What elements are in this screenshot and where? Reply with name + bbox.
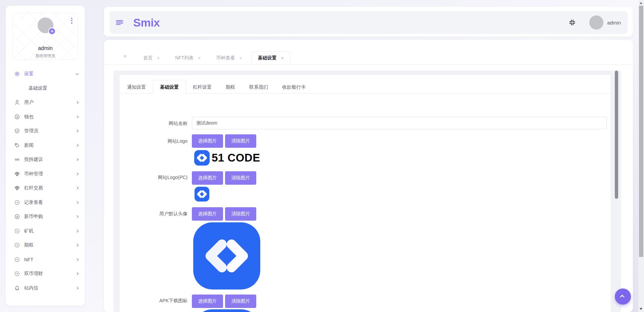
settings-tab-bank-card[interactable]: 收款银行卡 (275, 80, 313, 94)
chevron-down-icon (76, 72, 78, 75)
select-image-button[interactable]: 选择图片 (192, 134, 223, 148)
settings-tab-bar: 通知设置 基础设置 杠杆设置 期权 联系我们 收款银行卡 (120, 80, 611, 94)
scroll-up-arrow-icon[interactable] (640, 2, 642, 4)
code-brackets-apk-image (193, 309, 261, 312)
site-name-input[interactable] (192, 117, 607, 129)
svg-text:$: $ (16, 215, 18, 218)
clear-image-button[interactable]: 清除图片 (225, 207, 256, 221)
target-icon (14, 200, 20, 205)
tab-coin-view[interactable]: 币种查看 × (210, 51, 248, 64)
sidebar-item-users[interactable]: 用户 (6, 95, 85, 110)
dollar-circle-icon: $ (14, 114, 20, 120)
close-icon[interactable]: × (157, 55, 160, 61)
page-scrollbar[interactable] (638, 0, 644, 312)
gear-icon (14, 71, 20, 77)
sidebar-item-options[interactable]: 期权 (6, 238, 85, 253)
chevron-right-icon (76, 258, 78, 261)
sidebar-item-label: 基础设置 (29, 85, 47, 91)
close-icon[interactable]: × (281, 55, 284, 61)
close-icon[interactable]: × (239, 55, 242, 61)
default-avatar-label: 用户默认头像 (119, 211, 187, 216)
select-image-button[interactable]: 选择图片 (192, 171, 223, 185)
profile-card: + admin 系统管理员 (12, 13, 78, 60)
tab-label: 基础设置 (258, 55, 277, 61)
sidebar-item-news[interactable]: 新闻 (6, 138, 85, 153)
sidebar-item-feedback[interactable]: 投拆建议 (6, 152, 85, 167)
fullscreen-icon[interactable] (569, 19, 575, 26)
apk-icon-buttons: 选择图片 清除图片 (192, 295, 256, 308)
sidebar-item-miner[interactable]: 矿机 (6, 224, 85, 238)
tag-icon (14, 143, 20, 148)
site-logo-preview: 51 CODE (194, 149, 260, 166)
tab-nft-list[interactable]: NFT列表 × (169, 51, 207, 64)
sidebar-item-new-coin-subscribe[interactable]: $ 新币申购 (6, 210, 85, 224)
page-scrollbar-thumb[interactable] (639, 6, 643, 257)
sidebar-item-label: 用户 (24, 99, 34, 105)
sidebar-item-label: 双币理财 (24, 271, 43, 277)
back-to-top-button[interactable] (615, 288, 631, 305)
sidebar-item-coin-manage[interactable]: 币种管理 (6, 167, 85, 181)
settings-tab-leverage[interactable]: 杠杆设置 (186, 80, 219, 94)
main-content-card: × 首页 × NFT列表 × 币种查看 × 基础设置 × 通知设置 (104, 40, 633, 312)
chevron-right-icon (76, 287, 78, 289)
settings-panel: 通知设置 基础设置 杠杆设置 期权 联系我们 收款银行卡 网站名称 网站Logo… (113, 71, 621, 312)
site-logo-label: 网站Logo (119, 138, 187, 144)
sidebar-item-dual-invest[interactable]: 双币理财 (6, 267, 85, 281)
sidebar-item-label: 新币申购 (24, 214, 43, 220)
gem-icon (14, 185, 20, 191)
site-logo-pc-label: 网站Logo(PC) (119, 175, 187, 180)
settings-tab-basic[interactable]: 基础设置 (153, 80, 186, 94)
settings-tab-contact[interactable]: 联系我们 (242, 80, 275, 94)
sidebar-item-settings[interactable]: 设置 (6, 67, 85, 81)
sidebar-item-records[interactable]: 记录查看 (6, 195, 85, 210)
content-scrollbar-thumb[interactable] (615, 71, 618, 199)
settings-tab-notice[interactable]: 通知设置 (120, 80, 153, 94)
profile-avatar[interactable]: + (38, 17, 53, 33)
header-avatar[interactable] (589, 15, 603, 30)
target-icon (14, 228, 20, 234)
sidebar-item-nft[interactable]: NFT (6, 253, 85, 267)
tab-label: 首页 (143, 55, 153, 61)
close-all-tabs-icon[interactable]: × (123, 53, 127, 60)
select-image-button[interactable]: 选择图片 (192, 295, 223, 308)
chevron-right-icon (76, 230, 78, 232)
chevron-right-icon (76, 244, 78, 247)
chevron-up-icon (620, 295, 625, 299)
close-icon[interactable]: × (198, 55, 201, 61)
code-brackets-avatar-image (193, 222, 261, 290)
sidebar-item-wallet[interactable]: $ 钱包 (6, 110, 85, 124)
clear-image-button[interactable]: 清除图片 (225, 171, 256, 185)
clear-image-button[interactable]: 清除图片 (225, 134, 256, 148)
sidebar-item-label: NFT (24, 257, 33, 262)
menu-toggle-icon[interactable] (116, 20, 123, 25)
tab-home[interactable]: 首页 × (137, 51, 166, 64)
sidebar-item-label: 期权 (24, 242, 34, 248)
sidebar-item-label: 矿机 (24, 228, 34, 234)
header-bar: Smix admin (109, 11, 628, 34)
chevron-right-icon (76, 158, 78, 161)
sidebar-item-leverage-trade[interactable]: 杠杆交易 (6, 181, 85, 195)
header: Smix admin (104, 7, 633, 37)
site-logo-buttons: 选择图片 清除图片 (192, 134, 256, 148)
sidebar-item-label: 投拆建议 (24, 157, 43, 163)
infinity-icon (14, 157, 20, 162)
bell-icon (14, 285, 20, 291)
target-icon (14, 257, 20, 262)
default-avatar-buttons: 选择图片 清除图片 (192, 207, 256, 221)
profile-more-menu-icon[interactable] (71, 18, 73, 25)
sidebar-item-label: 杠杆交易 (24, 185, 43, 191)
scroll-down-arrow-icon[interactable] (640, 308, 642, 310)
tab-basic-settings[interactable]: 基础设置 × (252, 51, 290, 64)
code-brackets-logo-icon (194, 150, 210, 166)
sidebar: + admin 系统管理员 设置 基础设置 用户 $ 钱包 (6, 6, 85, 306)
sidebar-item-basic-settings[interactable]: 基础设置 (6, 81, 85, 96)
sidebar-item-label: 新闻 (24, 142, 34, 148)
site-logo-text: 51 CODE (212, 151, 260, 164)
settings-tab-options[interactable]: 期权 (219, 80, 242, 94)
avatar-add-icon[interactable]: + (48, 28, 56, 35)
select-image-button[interactable]: 选择图片 (192, 207, 223, 221)
sidebar-item-site-mail[interactable]: 站内信 (6, 281, 85, 296)
clear-image-button[interactable]: 清除图片 (225, 295, 256, 308)
chevron-right-icon (76, 187, 78, 189)
sidebar-item-admins[interactable]: 管理员 (6, 124, 85, 138)
